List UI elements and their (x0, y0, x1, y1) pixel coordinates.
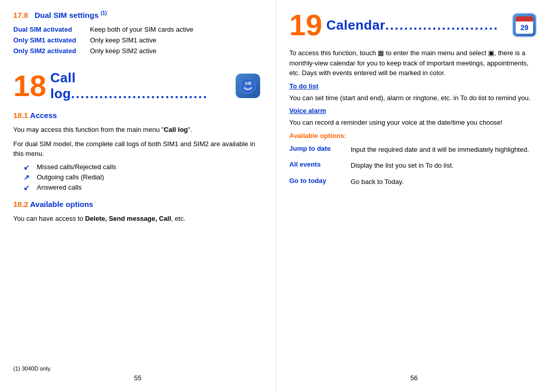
svg-text:AB: AB (245, 81, 251, 86)
section-182-para: You can have access to Delete, Send mess… (13, 214, 260, 224)
option-val-2: Display the list you set in To do list. (351, 160, 537, 171)
bullet-text-3: Answered calls (37, 183, 81, 191)
bullet-text-2: Outgoing calls (Redial) (37, 173, 104, 181)
sim-row-2-desc: Only keep SIM1 active (90, 36, 156, 44)
option-val-3: Go back to Today. (351, 177, 537, 187)
section-181-title: 18.1 Access (13, 111, 260, 120)
todo-list-link[interactable]: To do list (289, 82, 537, 90)
section-18-icon: AB (236, 74, 260, 98)
section-178-number: 17.8 (13, 11, 28, 19)
right-page: 19 Calendar........................ 29 T… (276, 0, 552, 392)
section-178-label: Dual SIM settings (35, 11, 99, 19)
cal-day: 29 (516, 21, 533, 34)
page-number-right: 56 (410, 374, 418, 382)
svg-point-2 (244, 87, 246, 89)
option-row-2: All events Display the list you set in T… (289, 160, 537, 171)
option-key-2: All events (289, 160, 351, 168)
option-key-3: Go to today (289, 177, 351, 185)
section-178-title: 17.8 Dual SIM settings (1) (13, 10, 260, 19)
section-19-title: Calendar........................ (327, 17, 512, 33)
dots-19: ........................ (385, 17, 498, 33)
voice-alarm-text: You can record a reminder using your voi… (289, 118, 537, 128)
footnote: (1) 3040D only. (13, 365, 51, 372)
todo-list-text: You can set time (start and end), alarm … (289, 93, 537, 103)
bullet-item-3: ↙ Answered calls (24, 183, 260, 192)
sim-row-3-desc: Only keep SIM2 active (90, 47, 156, 55)
section-182: 18.2 Available options You can have acce… (13, 200, 260, 224)
sim-row-1-label: Dual SIM activated (13, 26, 90, 33)
bullet-text-1: Missed calls/Rejected calls (37, 163, 116, 171)
section-178-superscript: (1) (101, 10, 107, 16)
section-181-para1: You may access this function from the ma… (13, 125, 260, 135)
option-key-1: Jump to date (289, 145, 351, 152)
section-19-calendar-icon: 29 (512, 13, 537, 37)
sim-row-3: Only SIM2 activated Only keep SIM2 activ… (13, 47, 260, 55)
option-row-3: Go to today Go back to Today. (289, 177, 537, 187)
bullet-arrow-2: ↗ (24, 173, 31, 181)
option-row-1: Jump to date Input the required date and… (289, 145, 537, 155)
section-18-header: 18 Call log.............................… (13, 70, 260, 102)
section-182-title: 18.2 Available options (13, 200, 260, 209)
sim-row-1-desc: Keep both of your SIM cards active (90, 26, 193, 33)
bullet-item-2: ↗ Outgoing calls (Redial) (24, 173, 260, 181)
voice-alarm-link[interactable]: Voice alarm (289, 107, 537, 114)
sim-row-1: Dual SIM activated Keep both of your SIM… (13, 26, 260, 33)
sim-row-2-label: Only SIM1 activated (13, 36, 90, 44)
sim-row-3-label: Only SIM2 activated (13, 47, 90, 55)
available-options-label: Available options: (289, 132, 537, 140)
section-19-intro: To access this function, touch ▦ to ente… (289, 48, 537, 78)
sim-rows: Dual SIM activated Keep both of your SIM… (13, 26, 260, 55)
section-18-number: 18 (13, 71, 47, 101)
section-181: 18.1 Access You may access this function… (13, 111, 260, 192)
sim-row-2: Only SIM1 activated Only keep SIM1 activ… (13, 36, 260, 44)
option-val-1: Input the required date and it will be i… (351, 145, 537, 155)
options-table: Jump to date Input the required date and… (289, 145, 537, 187)
dots: ............................. (71, 86, 208, 101)
section-18-title: Call log............................. (51, 70, 234, 102)
cal-header (516, 16, 533, 21)
section-19-header: 19 Calendar........................ 29 (289, 10, 537, 40)
bullet-item-1: ↙ Missed calls/Rejected calls (24, 163, 260, 171)
section-19-number: 19 (289, 10, 323, 40)
page-number-left: 55 (134, 374, 141, 382)
left-page: 17.8 Dual SIM settings (1) Dual SIM acti… (0, 0, 276, 392)
bullet-arrow-1: ↙ (24, 163, 31, 171)
bullet-list: ↙ Missed calls/Rejected calls ↗ Outgoing… (24, 163, 260, 192)
bullet-arrow-3: ↙ (24, 183, 31, 192)
section-181-para2: For dual SIM model, the complete call lo… (13, 139, 260, 159)
svg-point-3 (250, 87, 252, 89)
